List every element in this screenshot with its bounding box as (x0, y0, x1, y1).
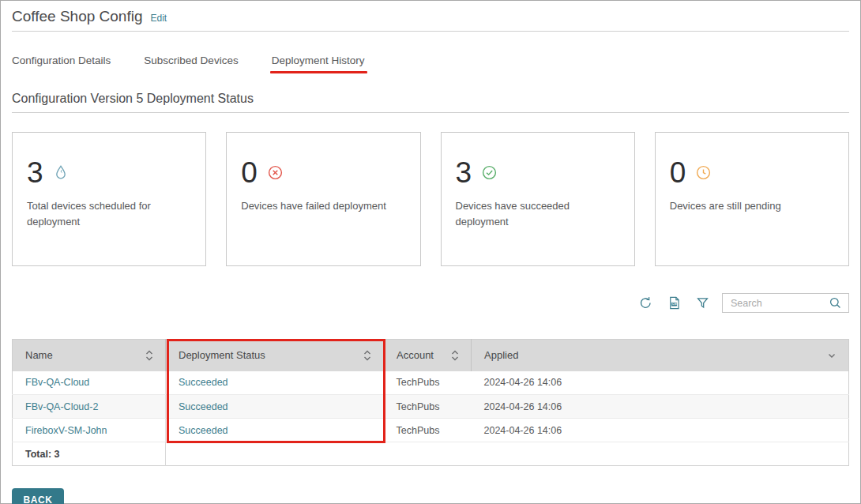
page-header: Coffee Shop Config Edit (12, 1, 849, 25)
tab-label: Configuration Details (12, 55, 111, 66)
circle-x-icon (267, 164, 284, 181)
tab-label: Deployment History (272, 55, 365, 66)
search-icon[interactable] (829, 296, 842, 310)
search-input[interactable] (731, 298, 829, 309)
card-failed: 0 Devices have failed deployment (226, 132, 420, 266)
export-csv-icon[interactable]: CSV (665, 295, 682, 312)
card-pending: 0 Devices are still pending (655, 132, 849, 266)
column-label: Applied (484, 349, 518, 361)
card-scheduled: 3 Total devices scheduled for deployment (12, 132, 206, 266)
deployment-status-link[interactable]: Succeeded (179, 377, 228, 388)
search-box (722, 293, 849, 313)
deployment-status-link[interactable]: Succeeded (179, 425, 228, 436)
droplet-icon (53, 164, 69, 182)
tab-label: Subscribed Devices (144, 55, 238, 66)
svg-text:CSV: CSV (671, 303, 678, 306)
applied-cell: 2024-04-26 14:06 (472, 395, 849, 419)
circle-check-icon (481, 164, 498, 181)
sort-icon[interactable] (450, 349, 460, 362)
table-row: FBv-QA-Cloud-2 Succeeded TechPubs 2024-0… (13, 395, 849, 419)
tab-deployment-history[interactable]: Deployment History (272, 55, 365, 73)
sort-icon[interactable] (363, 349, 372, 362)
tab-configuration-details[interactable]: Configuration Details (12, 55, 111, 73)
tab-bar: Configuration Details Subscribed Devices… (12, 55, 849, 73)
deployment-table: Name Deployment Status (12, 339, 849, 466)
header-divider (12, 31, 849, 32)
column-menu-chevron-down-icon[interactable] (826, 350, 837, 361)
card-top: 3 (27, 158, 191, 187)
card-top: 0 (670, 158, 834, 187)
table-row: FBv-QA-Cloud Succeeded TechPubs 2024-04-… (13, 371, 849, 395)
section-divider (12, 112, 849, 113)
card-top: 3 (456, 158, 620, 187)
applied-cell: 2024-04-26 14:06 (472, 419, 849, 442)
scheduled-label: Total devices scheduled for deployment (27, 198, 189, 230)
column-header-name[interactable]: Name (13, 340, 166, 371)
table-header-row: Name Deployment Status (13, 340, 849, 371)
device-name-link[interactable]: FBv-QA-Cloud-2 (25, 401, 98, 412)
sort-icon[interactable] (145, 349, 154, 362)
column-header-deployment-status[interactable]: Deployment Status (166, 340, 384, 371)
deployment-status-link[interactable]: Succeeded (179, 401, 228, 412)
device-name-link[interactable]: FBv-QA-Cloud (25, 377, 89, 388)
footer-empty-cell (166, 442, 849, 466)
card-top: 0 (241, 158, 405, 187)
filter-icon[interactable] (694, 295, 711, 312)
succeeded-count: 3 (456, 158, 472, 187)
section-title: Configuration Version 5 Deployment Statu… (12, 92, 849, 106)
total-count: Total: 3 (13, 442, 166, 466)
clock-icon (695, 164, 712, 181)
pending-count: 0 (670, 158, 686, 187)
device-name-link[interactable]: FireboxV-SM-John (25, 425, 107, 436)
account-cell: TechPubs (384, 419, 472, 442)
failed-label: Devices have failed deployment (241, 198, 403, 214)
column-label: Account (397, 349, 434, 361)
column-label: Deployment Status (179, 349, 265, 361)
table-toolbar: CSV (12, 293, 849, 313)
page-title: Coffee Shop Config (12, 8, 143, 25)
account-cell: TechPubs (384, 371, 472, 395)
column-header-applied[interactable]: Applied (472, 340, 849, 371)
column-header-account[interactable]: Account (384, 340, 472, 371)
stat-cards: 3 Total devices scheduled for deployment… (12, 132, 849, 266)
edit-link[interactable]: Edit (151, 13, 167, 24)
refresh-icon[interactable] (637, 295, 654, 312)
table-row: FireboxV-SM-John Succeeded TechPubs 2024… (13, 419, 849, 442)
page: Coffee Shop Config Edit Configuration De… (0, 0, 861, 504)
succeeded-label: Devices have succeeded deployment (456, 198, 618, 230)
column-label: Name (25, 349, 53, 361)
account-cell: TechPubs (384, 395, 472, 419)
pending-label: Devices are still pending (670, 198, 832, 214)
scheduled-count: 3 (27, 158, 43, 187)
tab-subscribed-devices[interactable]: Subscribed Devices (144, 55, 238, 73)
back-button[interactable]: BACK (12, 488, 64, 504)
card-succeeded: 3 Devices have succeeded deployment (441, 132, 635, 266)
failed-count: 0 (241, 158, 258, 187)
applied-cell: 2024-04-26 14:06 (472, 371, 849, 395)
table-footer-row: Total: 3 (13, 442, 849, 466)
annotation-tab-underline (270, 71, 368, 73)
deployment-table-container: Name Deployment Status (12, 339, 849, 466)
